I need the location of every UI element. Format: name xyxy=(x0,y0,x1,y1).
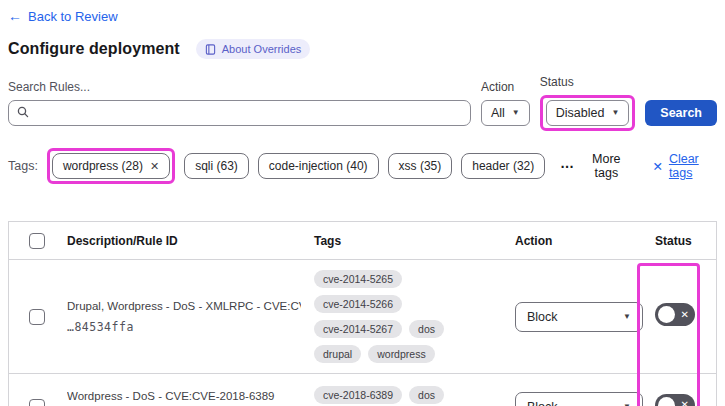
status-filter-dropdown[interactable]: Disabled ▼ xyxy=(546,100,630,126)
tag-chip-wordpress[interactable]: wordpress (28) ✕ xyxy=(52,153,170,179)
action-select[interactable]: Block▼ xyxy=(515,392,643,406)
clear-tags-label: Clear tags xyxy=(669,152,717,180)
toggle-knob xyxy=(658,397,675,406)
rule-tag-pill: wordpress xyxy=(368,345,434,363)
action-select-value: Block xyxy=(527,310,558,324)
about-overrides-badge[interactable]: About Overrides xyxy=(196,39,310,59)
toggle-x-icon: ✕ xyxy=(681,310,689,320)
search-button[interactable]: Search xyxy=(645,100,717,126)
rules-table: Description/Rule ID Tags Action Status D… xyxy=(8,221,717,406)
rule-status-cell: ✕ xyxy=(643,394,716,406)
rule-tags-cell: cve-2018-6389doswordpress xyxy=(305,376,503,406)
rule-tag-pill: drupal xyxy=(314,345,361,363)
rule-tag-pill: cve-2014-5266 xyxy=(314,295,402,313)
more-tags-button[interactable]: ⋯ More tags xyxy=(560,152,629,180)
rule-tag-pill: cve-2014-5267 xyxy=(314,320,402,338)
column-status: Status xyxy=(643,234,716,248)
rule-tag-pill: cve-2018-6389 xyxy=(314,386,402,404)
row-checkbox[interactable] xyxy=(29,309,45,325)
about-overrides-label: About Overrides xyxy=(222,43,301,55)
search-rules-label: Search Rules... xyxy=(8,80,471,94)
search-icon xyxy=(17,104,29,122)
action-filter-group: Action All ▼ xyxy=(481,80,530,131)
action-filter-dropdown[interactable]: All ▼ xyxy=(481,100,530,126)
tag-chip-label: wordpress (28) xyxy=(63,159,143,173)
table-row: Drupal, Wordpress - DoS - XMLRPC - CVE:C… xyxy=(9,260,716,374)
action-filter-value: All xyxy=(491,106,505,120)
column-description-rule-id: Description/Rule ID xyxy=(55,234,305,248)
page-header: Configure deployment About Overrides xyxy=(8,39,717,59)
chevron-down-icon: ▼ xyxy=(512,109,520,117)
tag-chip[interactable]: code-injection (40) xyxy=(258,153,379,179)
chevron-down-icon: ▼ xyxy=(623,313,631,321)
clear-tags-x-icon: ✕ xyxy=(652,159,662,174)
action-select-value: Block xyxy=(527,400,558,406)
status-filter-group: Status Disabled ▼ xyxy=(540,75,636,131)
status-toggle[interactable]: ✕ xyxy=(655,394,695,406)
rule-tag-pill: dos xyxy=(409,320,444,338)
rule-tag-pill: cve-2014-5265 xyxy=(314,270,402,288)
selected-tag-highlight: wordpress (28) ✕ xyxy=(47,148,175,184)
rule-tag-pill: dos xyxy=(409,386,444,404)
tags-bar: Tags: wordpress (28) ✕ sqli (63)code-inj… xyxy=(8,148,717,184)
more-tags-label: More tags xyxy=(583,152,629,180)
book-icon xyxy=(205,44,216,55)
ellipsis-icon: ⋯ xyxy=(560,158,575,174)
clear-tags-link[interactable]: ✕ Clear tags xyxy=(652,152,717,180)
rule-status-cell: ✕ xyxy=(643,303,716,330)
tag-chip[interactable]: header (32) xyxy=(461,153,545,179)
action-select[interactable]: Block▼ xyxy=(515,302,643,332)
status-toggle[interactable]: ✕ xyxy=(655,303,695,326)
table-row: Wordpress - DoS - CVE:CVE-2018-6389…f82d… xyxy=(9,374,716,406)
column-action: Action xyxy=(503,234,643,248)
rule-description-cell: Drupal, Wordpress - DoS - XMLRPC - CVE:C… xyxy=(55,286,305,348)
row-checkbox[interactable] xyxy=(29,399,45,406)
chevron-down-icon: ▼ xyxy=(611,109,619,117)
tags-bar-chips: sqli (63)code-injection (40)xss (35)head… xyxy=(184,153,545,179)
rule-tags-cell: cve-2014-5265cve-2014-5266cve-2014-5267d… xyxy=(305,260,503,373)
remove-tag-icon[interactable]: ✕ xyxy=(150,160,159,173)
rule-id: …84534ffa xyxy=(67,320,301,334)
search-box xyxy=(8,100,471,126)
tags-label: Tags: xyxy=(8,159,38,173)
rule-description: Drupal, Wordpress - DoS - XMLRPC - CVE:C… xyxy=(67,300,301,312)
back-to-review-link[interactable]: ← Back to Review xyxy=(8,8,118,24)
back-arrow-icon: ← xyxy=(8,8,22,24)
configure-deployment-page: ← Back to Review Configure deployment Ab… xyxy=(0,0,725,406)
tag-chip[interactable]: xss (35) xyxy=(388,153,453,179)
search-group: Search Rules... xyxy=(8,80,471,131)
toggle-knob xyxy=(658,306,675,323)
action-filter-label: Action xyxy=(481,80,530,94)
status-filter-value: Disabled xyxy=(556,106,605,120)
rule-description-cell: Wordpress - DoS - CVE:CVE-2018-6389…f82d… xyxy=(55,376,305,406)
select-all-checkbox[interactable] xyxy=(29,233,45,249)
back-link-label: Back to Review xyxy=(28,9,118,24)
column-tags: Tags xyxy=(305,234,503,248)
rule-action-cell: Block▼ xyxy=(503,302,643,332)
search-rules-input[interactable] xyxy=(36,106,462,120)
table-body: Drupal, Wordpress - DoS - XMLRPC - CVE:C… xyxy=(9,260,716,406)
rule-action-cell: Block▼ xyxy=(503,392,643,406)
status-filter-highlight: Disabled ▼ xyxy=(540,95,636,131)
rule-description: Wordpress - DoS - CVE:CVE-2018-6389 xyxy=(67,390,301,402)
table-header-row: Description/Rule ID Tags Action Status xyxy=(9,222,716,260)
filter-bar: Search Rules... Action All ▼ Status xyxy=(8,75,717,131)
status-filter-label: Status xyxy=(540,75,636,89)
tag-chip[interactable]: sqli (63) xyxy=(184,153,249,179)
page-title: Configure deployment xyxy=(8,40,180,58)
toggle-x-icon: ✕ xyxy=(681,400,689,406)
